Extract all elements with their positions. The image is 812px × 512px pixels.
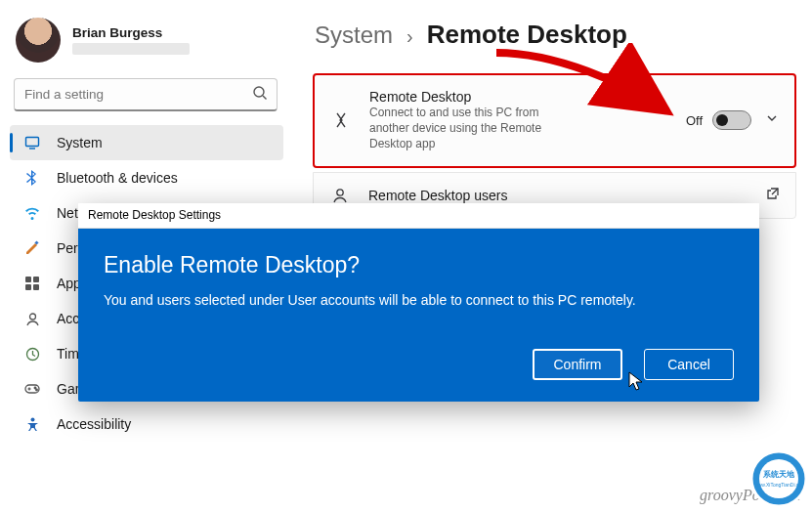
svg-rect-6 (33, 277, 39, 282)
toggle-state-label: Off (686, 113, 703, 128)
nav-label: System (57, 135, 103, 150)
gaming-icon (23, 380, 41, 398)
svg-point-19 (759, 459, 798, 498)
system-icon (23, 134, 41, 151)
svg-point-9 (29, 314, 35, 320)
remote-desktop-card[interactable]: Remote Desktop Connect to and use this P… (313, 73, 796, 168)
site-badge: 系统天地 www.XiTongTianDi.net (748, 448, 810, 510)
user-email-placeholder (72, 43, 190, 55)
nav-system[interactable]: System (10, 125, 283, 160)
avatar (16, 18, 61, 63)
network-icon (23, 204, 41, 222)
svg-text:www.XiTongTianDi.net: www.XiTongTianDi.net (754, 482, 803, 488)
main-panel: System › Remote Desktop Remote Desktop C… (303, 0, 812, 219)
svg-point-14 (34, 387, 36, 389)
accessibility-icon (23, 415, 41, 433)
svg-line-1 (263, 96, 267, 100)
dialog-text: You and users selected under User accoun… (104, 292, 734, 308)
svg-point-17 (337, 189, 343, 194)
confirm-button[interactable]: Confirm (533, 349, 622, 380)
svg-text:系统天地: 系统天地 (762, 470, 795, 479)
cancel-button[interactable]: Cancel (644, 349, 734, 380)
breadcrumb-parent[interactable]: System (315, 21, 393, 49)
search-input[interactable] (14, 78, 278, 111)
nav-label: Bluetooth & devices (57, 170, 178, 186)
dialog-heading: Enable Remote Desktop? (104, 252, 734, 278)
personalization-icon (23, 239, 41, 257)
nav-bluetooth[interactable]: Bluetooth & devices (10, 160, 283, 195)
bluetooth-icon (23, 169, 41, 187)
breadcrumb: System › Remote Desktop (313, 20, 796, 50)
card-title: Remote Desktop users (368, 188, 766, 203)
search-icon (252, 85, 268, 105)
apps-icon (23, 275, 41, 292)
time-icon (23, 345, 41, 363)
enable-remote-desktop-dialog: Remote Desktop Settings Enable Remote De… (78, 203, 759, 402)
dialog-titlebar: Remote Desktop Settings (78, 203, 759, 229)
external-link-icon (766, 187, 780, 204)
svg-point-0 (254, 87, 264, 97)
nav-label: Accessibility (57, 416, 131, 432)
search-box[interactable] (14, 78, 278, 111)
accounts-icon (23, 310, 41, 327)
svg-rect-7 (25, 284, 31, 290)
svg-rect-2 (26, 138, 39, 147)
svg-point-16 (30, 417, 34, 421)
remote-desktop-icon (330, 110, 352, 130)
user-profile[interactable]: Brian Burgess (10, 18, 283, 76)
user-name: Brian Burgess (72, 25, 190, 40)
svg-rect-5 (25, 277, 31, 282)
card-description: Connect to and use this PC from another … (369, 105, 575, 152)
card-title: Remote Desktop (369, 89, 686, 105)
remote-desktop-toggle[interactable] (712, 110, 751, 130)
page-title: Remote Desktop (427, 20, 627, 50)
svg-rect-8 (33, 284, 39, 290)
svg-point-15 (36, 389, 38, 391)
mouse-cursor (628, 371, 646, 393)
users-icon (329, 187, 351, 204)
chevron-down-icon[interactable] (765, 111, 779, 129)
nav-accessibility[interactable]: Accessibility (10, 406, 283, 442)
breadcrumb-separator: › (406, 25, 413, 48)
